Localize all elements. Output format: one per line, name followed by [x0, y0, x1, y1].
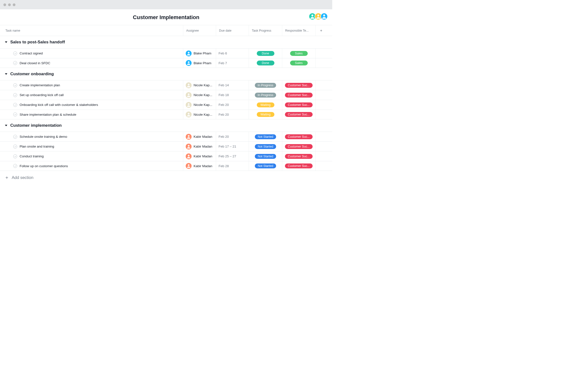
- team-pill[interactable]: Customer Suc...: [285, 83, 313, 88]
- progress-pill[interactable]: Not Started: [255, 144, 276, 149]
- task-name-text: Deal closed in SFDC: [20, 61, 50, 65]
- column-header-row: Task name Assignee Due date Task Progres…: [0, 25, 332, 36]
- due-date-cell[interactable]: Feb 7: [216, 58, 249, 68]
- avatar: [186, 60, 192, 66]
- due-date-cell[interactable]: Feb 20: [216, 132, 249, 141]
- due-date-cell[interactable]: Feb 6: [216, 49, 249, 58]
- team-pill[interactable]: Sales: [290, 51, 308, 56]
- due-date-cell[interactable]: Feb 14: [216, 80, 249, 90]
- column-responsible-team[interactable]: Responsible Te...: [282, 25, 316, 36]
- svg-point-0: [311, 14, 313, 16]
- complete-check-icon[interactable]: [13, 103, 17, 107]
- avatar: [186, 50, 192, 56]
- progress-pill[interactable]: Not Started: [255, 134, 276, 139]
- caret-down-icon: [5, 41, 7, 43]
- complete-check-icon[interactable]: [13, 164, 17, 168]
- progress-pill[interactable]: In Progress: [255, 93, 276, 98]
- svg-point-12: [188, 164, 190, 166]
- team-pill[interactable]: Customer Suc...: [285, 93, 313, 98]
- column-due-date[interactable]: Due date: [216, 25, 249, 36]
- task-row[interactable]: Onboarding kick off call with customer &…: [0, 100, 332, 110]
- assignee-name: Nicole Kap...: [194, 103, 212, 107]
- complete-check-icon[interactable]: [13, 61, 17, 65]
- complete-check-icon[interactable]: [13, 112, 17, 116]
- progress-pill[interactable]: Done: [257, 51, 274, 56]
- assignee-name: Nicole Kap...: [194, 93, 212, 97]
- avatar[interactable]: [320, 13, 328, 20]
- app-window: Customer Implementation Task name Assign…: [0, 0, 332, 185]
- assignee-name: Kabir Madan: [194, 145, 212, 148]
- due-date-cell[interactable]: Feb 18: [216, 90, 249, 100]
- avatar: [186, 92, 192, 98]
- avatar: [186, 82, 192, 88]
- task-name-text: Follow up on customer questions: [20, 164, 68, 168]
- section-header[interactable]: Customer implementation: [0, 119, 332, 132]
- due-date-cell[interactable]: Feb 28: [216, 161, 249, 171]
- task-row[interactable]: Deal closed in SFDCBlake PhamFeb 7DoneSa…: [0, 58, 332, 68]
- assignee-name: Nicole Kap...: [194, 113, 212, 116]
- task-row[interactable]: Share implementation plan & scheduleNico…: [0, 110, 332, 119]
- task-row[interactable]: Contract signedBlake PhamFeb 6DoneSales: [0, 48, 332, 58]
- svg-point-5: [188, 84, 190, 85]
- svg-point-1: [317, 14, 319, 16]
- avatar: [186, 112, 192, 117]
- task-name-text: Share implementation plan & schedule: [20, 113, 76, 116]
- task-row[interactable]: Set up onboarding kick off callNicole Ka…: [0, 90, 332, 100]
- plus-icon: +: [320, 28, 322, 33]
- task-name-text: Set up onboarding kick off call: [20, 93, 64, 97]
- progress-pill[interactable]: Done: [257, 61, 274, 65]
- progress-pill[interactable]: Waiting: [257, 112, 274, 117]
- svg-point-2: [323, 14, 325, 16]
- complete-check-icon[interactable]: [13, 83, 17, 87]
- column-assignee[interactable]: Assignee: [183, 25, 216, 36]
- complete-check-icon[interactable]: [13, 154, 17, 158]
- column-task-progress[interactable]: Task Progress: [249, 25, 282, 36]
- progress-pill[interactable]: Not Started: [255, 163, 276, 168]
- team-pill[interactable]: Customer Suc...: [285, 163, 313, 168]
- progress-pill[interactable]: In Progress: [255, 83, 276, 88]
- progress-pill[interactable]: Waiting: [257, 102, 274, 107]
- column-task-name[interactable]: Task name: [0, 25, 183, 36]
- window-minimize-dot[interactable]: [8, 3, 11, 6]
- task-list-body: Sales to post-Sales handoffContract sign…: [0, 36, 332, 171]
- avatar: [186, 163, 192, 169]
- task-row[interactable]: Plan onsite and trainingKabir MadanFeb 1…: [0, 141, 332, 151]
- task-row[interactable]: Conduct trainingKabir MadanFeb 25 – 27No…: [0, 151, 332, 161]
- assignee-name: Nicole Kap...: [194, 83, 212, 87]
- task-name-text: Create implementation plan: [20, 83, 60, 87]
- add-section-button[interactable]: + Add section: [0, 171, 332, 185]
- team-pill[interactable]: Customer Suc...: [285, 134, 313, 139]
- section-title: Customer onboarding: [10, 72, 54, 76]
- assignee-name: Blake Pham: [194, 61, 211, 65]
- complete-check-icon[interactable]: [13, 93, 17, 97]
- due-date-cell[interactable]: Feb 20: [216, 100, 249, 110]
- team-pill[interactable]: Customer Suc...: [285, 112, 313, 117]
- project-header: Customer Implementation: [0, 9, 332, 25]
- caret-down-icon: [5, 125, 7, 126]
- team-pill[interactable]: Customer Suc...: [285, 154, 313, 159]
- team-pill[interactable]: Customer Suc...: [285, 144, 313, 149]
- task-row[interactable]: Create implementation planNicole Kap...F…: [0, 80, 332, 90]
- progress-pill[interactable]: Not Started: [255, 154, 276, 159]
- team-pill[interactable]: Sales: [290, 61, 308, 65]
- task-name-text: Plan onsite and training: [20, 145, 54, 148]
- plus-icon: +: [5, 175, 8, 180]
- due-date-cell[interactable]: Feb 25 – 27: [216, 151, 249, 161]
- collaborator-avatars: [310, 13, 328, 20]
- due-date-cell[interactable]: Feb 20: [216, 110, 249, 119]
- section-header[interactable]: Sales to post-Sales handoff: [0, 36, 332, 48]
- task-row[interactable]: Schedule onsite training & demoKabir Mad…: [0, 132, 332, 141]
- window-close-dot[interactable]: [3, 3, 6, 6]
- task-name-text: Onboarding kick off call with customer &…: [20, 103, 98, 107]
- complete-check-icon[interactable]: [13, 51, 17, 55]
- section-header[interactable]: Customer onboarding: [0, 68, 332, 80]
- add-column-button[interactable]: +: [316, 25, 327, 36]
- svg-point-9: [188, 135, 190, 137]
- project-title: Customer Implementation: [0, 14, 332, 21]
- complete-check-icon[interactable]: [13, 135, 17, 139]
- due-date-cell[interactable]: Feb 17 – 21: [216, 142, 249, 151]
- complete-check-icon[interactable]: [13, 145, 17, 149]
- window-maximize-dot[interactable]: [13, 3, 15, 6]
- team-pill[interactable]: Customer Suc...: [285, 102, 313, 107]
- task-row[interactable]: Follow up on customer questionsKabir Mad…: [0, 161, 332, 171]
